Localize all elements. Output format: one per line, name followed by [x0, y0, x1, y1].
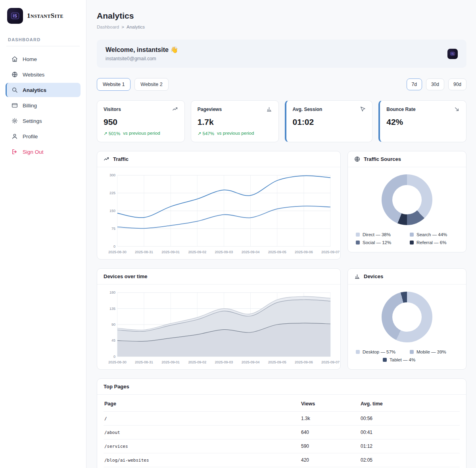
stat-card-visitors: Visitors 950 ↗ 501% vs previous period	[97, 100, 185, 142]
credit-card-icon	[12, 102, 18, 109]
legend-item: Social — 12%	[356, 240, 404, 245]
avg-time-value: 00:41	[361, 430, 459, 435]
welcome-card: Welcome, instantsite 👋 instantsite0@gmai…	[97, 40, 466, 68]
globe-icon	[354, 156, 360, 162]
svg-text:2025-09-07: 2025-09-07	[321, 250, 340, 254]
welcome-greeting: Welcome, instantsite 👋	[106, 46, 178, 53]
svg-text:2025-09-05: 2025-09-05	[268, 250, 286, 254]
page-path: /services	[104, 444, 301, 449]
home-icon	[12, 56, 18, 62]
devices-area-chart: 2025-08-302025-08-312025-09-012025-09-02…	[103, 289, 334, 367]
sidebar-item-label: Billing	[23, 103, 37, 109]
avg-time-value: 00:56	[361, 416, 459, 421]
avg-time-value: 01:12	[361, 443, 459, 449]
filter-row: Website 1 Website 2 7d 30d 90d	[97, 78, 466, 91]
page-path: /blog/ai-websites	[104, 458, 301, 463]
stat-delta: ↗ 501% vs previous period	[104, 131, 178, 136]
breadcrumb-separator: >	[121, 25, 124, 29]
traffic-card-title: Traffic	[113, 156, 129, 162]
svg-text:2025-09-03: 2025-09-03	[215, 360, 233, 364]
legend-item: Desktop — 57%	[356, 350, 404, 354]
svg-text:180: 180	[109, 290, 115, 294]
stat-card-pageviews: Pageviews 1.7k ↗ 547% vs previous period	[191, 100, 279, 142]
views-value: 640	[301, 430, 361, 435]
sidebar-item-billing[interactable]: Billing	[6, 98, 81, 113]
svg-text:2025-09-02: 2025-09-02	[188, 250, 206, 254]
svg-text:0: 0	[113, 355, 115, 359]
range-30d-button[interactable]: 30d	[426, 78, 444, 90]
main-content: Analytics Dashboard > Analytics Welcome,…	[86, 0, 476, 468]
traffic-card: Traffic 2025-08-302025-08-312025-09-0120…	[97, 151, 341, 260]
sidebar-item-sign-out[interactable]: Sign Out	[6, 145, 81, 159]
search-icon	[12, 87, 18, 93]
legend-swatch	[410, 233, 414, 237]
sidebar: IS 1nstantSite DASHBOARD Home Websites	[0, 0, 86, 468]
sidebar-item-label: Settings	[23, 118, 42, 124]
stat-label: Visitors	[104, 107, 121, 112]
brand-logo-icon: IS	[7, 8, 23, 24]
sidebar-item-profile[interactable]: Profile	[6, 129, 81, 143]
stat-label: Bounce Rate	[386, 107, 415, 112]
legend-item: Tablet — 4%	[383, 357, 431, 362]
sidebar-section-label: DASHBOARD	[6, 37, 81, 42]
legend-label: Desktop — 57%	[363, 350, 395, 354]
wave-emoji: 👋	[170, 46, 178, 53]
page-path: /	[104, 416, 301, 421]
sidebar-item-analytics[interactable]: Analytics	[6, 83, 81, 97]
svg-text:300: 300	[109, 173, 115, 177]
stat-delta-note: vs previous period	[123, 131, 160, 136]
sidebar-divider	[6, 46, 80, 46]
svg-text:2025-09-01: 2025-09-01	[161, 360, 180, 364]
legend-label: Search — 44%	[416, 232, 447, 237]
bar-chart-icon	[266, 106, 272, 112]
table-row: /about64000:41	[104, 426, 460, 439]
svg-text:2025-09-06: 2025-09-06	[295, 250, 313, 254]
devices-card: Devices Desktop — 57%Mobile — 39%Tablet …	[347, 268, 466, 370]
top-pages-body: /1.3k00:56/about64000:41/services59001:1…	[104, 412, 460, 468]
sidebar-item-label: Analytics	[23, 87, 46, 93]
stat-delta: ↗ 547% vs previous period	[198, 131, 272, 136]
charts-row-2: Devices over time 2025-08-302025-08-3120…	[97, 268, 466, 370]
legend-label: Direct — 38%	[363, 232, 391, 237]
traffic-sources-card-title: Traffic Sources	[364, 156, 401, 162]
traffic-sources-legend: Direct — 38%Search — 44%Social — 12%Refe…	[348, 230, 466, 252]
welcome-text: Welcome, instantsite 👋 instantsite0@gmai…	[106, 46, 178, 61]
legend-swatch	[410, 350, 414, 354]
legend-swatch	[356, 350, 360, 354]
breadcrumb-root[interactable]: Dashboard	[97, 25, 119, 29]
svg-text:2025-09-07: 2025-09-07	[321, 360, 340, 364]
column-header-page: Page	[104, 401, 301, 407]
top-pages-table: Page Views Avg. time /1.3k00:56/about640…	[97, 395, 466, 468]
views-value: 590	[301, 443, 361, 449]
stat-value: 1.7k	[198, 117, 272, 127]
devices-over-time-card: Devices over time 2025-08-302025-08-3120…	[97, 268, 341, 370]
sign-out-icon	[12, 149, 18, 155]
svg-text:135: 135	[109, 307, 115, 311]
website-1-button[interactable]: Website 1	[97, 78, 131, 91]
stat-label: Pageviews	[198, 107, 222, 112]
breadcrumb-current: Analytics	[127, 25, 145, 29]
person-icon	[12, 133, 18, 139]
devices-donut	[382, 292, 432, 342]
traffic-sources-donut	[382, 174, 432, 225]
traffic-line-chart: 2025-08-302025-08-312025-09-012025-09-02…	[103, 172, 334, 257]
sidebar-item-websites[interactable]: Websites	[6, 67, 81, 82]
range-7d-button[interactable]: 7d	[407, 78, 422, 90]
avatar: IS	[447, 49, 458, 59]
trend-up-icon	[172, 106, 178, 112]
column-header-views: Views	[301, 401, 361, 407]
sidebar-item-settings[interactable]: Settings	[6, 114, 81, 128]
website-tabs: Website 1 Website 2	[97, 78, 169, 91]
range-90d-button[interactable]: 90d	[448, 78, 466, 90]
website-2-button[interactable]: Website 2	[134, 78, 168, 91]
brand-name: 1nstantSite	[27, 12, 63, 20]
svg-text:225: 225	[109, 191, 115, 195]
top-pages-title: Top Pages	[104, 384, 129, 390]
devices-card-title: Devices	[364, 273, 383, 279]
legend-item: Referral — 6%	[410, 240, 458, 245]
sidebar-item-home[interactable]: Home	[6, 52, 81, 66]
arrow-down-right-icon	[454, 106, 460, 112]
svg-text:75: 75	[111, 227, 115, 231]
svg-text:0: 0	[113, 245, 115, 248]
stat-value: 950	[104, 117, 178, 127]
